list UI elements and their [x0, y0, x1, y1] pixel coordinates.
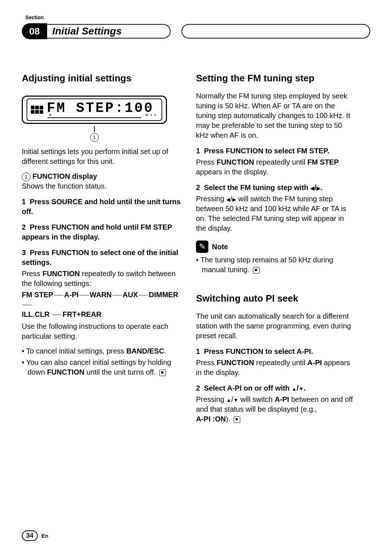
heading-auto-pi: Switching auto PI seek [196, 292, 356, 305]
heading-adjusting: Adjusting initial settings [22, 72, 181, 85]
bullet-cancel-bandesc: To cancel initial settings, press BAND/E… [22, 346, 181, 356]
step-2: 2Press FUNCTION and hold until FM STEP a… [22, 222, 181, 242]
lcd-small-icon-left: ≋ [49, 113, 51, 118]
pi-step-1-desc: Press FUNCTION repeatedly until A-PI app… [196, 358, 356, 378]
page-number-badge: 34 [22, 530, 38, 541]
func-display-label: FUNCTION display [33, 172, 97, 180]
right-column: Setting the FM tuning step Normally the … [196, 72, 356, 424]
right-arrow-icon [232, 195, 236, 203]
lcd-figure: FM STEP:100 ≋ ≋◂▸ 1 [22, 96, 181, 142]
auto-pi-intro: The unit can automatically search for a … [196, 311, 356, 341]
chapter-header-spacer [181, 24, 370, 39]
fm-step-1: 1Press FUNCTION to select FM STEP. [196, 146, 356, 156]
end-mark-icon [159, 370, 166, 376]
pi-step-2: 2Select A-PI on or off with /. [196, 383, 356, 393]
language-label: En [41, 533, 48, 539]
fm-step-1-desc: Press FUNCTION repeatedly until FM STEP … [196, 157, 356, 177]
end-mark-icon [234, 416, 240, 423]
func-display-num: 1 [22, 173, 30, 181]
note-bullet: The tuning step remains at 50 kHz during… [196, 255, 356, 275]
section-label: Section [25, 15, 370, 20]
left-column: Adjusting initial settings FM STEP:100 ≋… [22, 72, 181, 424]
lcd-inner: FM STEP:100 ≋ ≋◂▸ [26, 98, 162, 121]
heading-fm-step: Setting the FM tuning step [196, 72, 356, 85]
lcd-left-icons [31, 106, 43, 114]
seq-tail: Use the following instructions to operat… [22, 322, 181, 341]
fm-intro: Normally the FM tuning step employed by … [196, 91, 356, 140]
intro-para: Initial settings lets you perform initia… [22, 147, 181, 166]
up-arrow-icon [292, 384, 297, 392]
page-footer: 34 En [22, 530, 48, 541]
pencil-icon: ✎ [196, 241, 208, 253]
right-arrow-icon [317, 183, 320, 191]
lcd-outer: FM STEP:100 ≋ ≋◂▸ [22, 96, 167, 124]
note-row: ✎ Note [196, 241, 356, 253]
pi-step-2-desc: Pressing / will switch A-PI between on a… [196, 395, 356, 424]
pi-step-1: 1Press FUNCTION to select A-PI. [196, 347, 356, 356]
lcd-text: FM STEP:100 [47, 99, 154, 117]
step-1: 1Press SOURCE and hold until the unit tu… [22, 197, 181, 217]
left-arrow-icon [226, 195, 230, 203]
up-arrow-icon [226, 395, 231, 403]
func-display-desc: Shows the function status. [22, 182, 106, 190]
step-3: 3Press FUNCTION to select one of the ini… [22, 248, 181, 267]
settings-sequence: FM STEPA-PIWARNAUXDIMMER ILL.CLR FRT+REA… [22, 290, 181, 319]
bullet-cancel-function: You can also cancel initial settings by … [22, 358, 181, 377]
manual-page: Section 08 Initial Settings Adjusting in… [0, 0, 392, 557]
note-label: Note [212, 242, 228, 252]
left-arrow-icon [310, 183, 314, 191]
chapter-title: Initial Settings [47, 24, 171, 39]
down-arrow-icon [233, 395, 238, 403]
fm-step-2-desc: Pressing / will switch the FM tuning ste… [196, 194, 356, 233]
chapter-number-badge: 08 [22, 23, 47, 39]
fm-step-2: 2Select the FM tuning step with /. [196, 183, 356, 193]
lcd-small-icons-right: ≋◂▸ [146, 113, 156, 118]
callout-1: 1 [22, 126, 167, 142]
down-arrow-icon [299, 384, 304, 392]
function-display-block: 1 FUNCTION display Shows the function st… [22, 171, 181, 191]
end-mark-icon [253, 267, 260, 274]
callout-number: 1 [90, 133, 99, 142]
chapter-header: 08 Initial Settings [22, 23, 370, 39]
step-3-desc: Press FUNCTION repeatedly to switch betw… [22, 269, 181, 288]
